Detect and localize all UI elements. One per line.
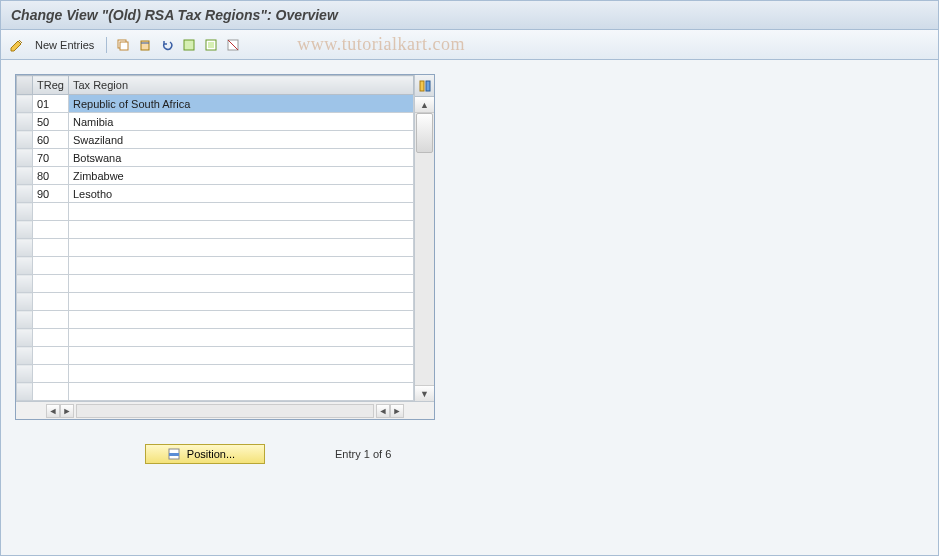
cell-treg[interactable] <box>33 347 69 365</box>
row-selector[interactable] <box>17 293 33 311</box>
cell-region[interactable] <box>69 257 414 275</box>
cell-treg[interactable] <box>33 203 69 221</box>
cell-treg[interactable] <box>33 221 69 239</box>
cell-treg[interactable] <box>33 257 69 275</box>
position-button[interactable]: Position... <box>145 444 265 464</box>
row-selector[interactable] <box>17 113 33 131</box>
cell-region[interactable] <box>69 275 414 293</box>
scroll-thumb[interactable] <box>416 113 433 153</box>
cell-region[interactable]: Republic of South Africa <box>69 95 414 113</box>
cell-region[interactable]: Namibia <box>69 113 414 131</box>
table-row[interactable]: 90Lesotho <box>17 185 414 203</box>
hscroll-track[interactable] <box>76 404 374 418</box>
table-row[interactable] <box>17 257 414 275</box>
deselect-all-icon[interactable] <box>225 37 241 53</box>
table-row[interactable] <box>17 311 414 329</box>
cell-region[interactable] <box>69 329 414 347</box>
row-selector-header[interactable] <box>17 76 33 95</box>
table-settings-icon[interactable] <box>415 75 434 97</box>
row-selector[interactable] <box>17 131 33 149</box>
row-selector[interactable] <box>17 95 33 113</box>
cell-region[interactable]: Lesotho <box>69 185 414 203</box>
row-selector[interactable] <box>17 365 33 383</box>
svg-rect-10 <box>426 81 430 91</box>
scroll-track[interactable] <box>415 113 434 385</box>
col-header-region[interactable]: Tax Region <box>69 76 414 95</box>
cell-region[interactable]: Swaziland <box>69 131 414 149</box>
toolbar-separator <box>106 37 107 53</box>
select-block-icon[interactable] <box>203 37 219 53</box>
cell-region[interactable] <box>69 347 414 365</box>
table-row[interactable] <box>17 203 414 221</box>
scroll-up-icon[interactable]: ▲ <box>415 97 434 113</box>
row-selector[interactable] <box>17 203 33 221</box>
row-selector[interactable] <box>17 185 33 203</box>
cell-region[interactable]: Zimbabwe <box>69 167 414 185</box>
entry-counter: Entry 1 of 6 <box>335 448 391 460</box>
table-row[interactable]: 80Zimbabwe <box>17 167 414 185</box>
row-selector[interactable] <box>17 149 33 167</box>
table-row[interactable] <box>17 293 414 311</box>
scroll-left-step-icon[interactable]: ◄ <box>376 404 390 418</box>
cell-treg[interactable] <box>33 275 69 293</box>
table-row[interactable]: 60Swaziland <box>17 131 414 149</box>
scroll-down-icon[interactable]: ▼ <box>415 385 434 401</box>
select-all-icon[interactable] <box>181 37 197 53</box>
row-selector[interactable] <box>17 275 33 293</box>
scroll-left-icon[interactable]: ◄ <box>46 404 60 418</box>
cell-treg[interactable]: 80 <box>33 167 69 185</box>
table-row[interactable]: 70Botswana <box>17 149 414 167</box>
cell-region[interactable] <box>69 293 414 311</box>
table-row[interactable] <box>17 275 414 293</box>
table-row[interactable] <box>17 347 414 365</box>
cell-treg[interactable] <box>33 239 69 257</box>
row-selector[interactable] <box>17 167 33 185</box>
table-row[interactable]: 50Namibia <box>17 113 414 131</box>
delete-icon[interactable] <box>137 37 153 53</box>
cell-region[interactable] <box>69 221 414 239</box>
row-selector[interactable] <box>17 383 33 401</box>
horizontal-scrollbar[interactable]: ◄ ► ◄ ► <box>16 401 434 419</box>
row-selector[interactable] <box>17 239 33 257</box>
cell-region[interactable] <box>69 239 414 257</box>
cell-treg[interactable] <box>33 365 69 383</box>
table-row[interactable] <box>17 383 414 401</box>
table-row[interactable] <box>17 365 414 383</box>
content-area: TReg Tax Region 01Republic of South Afri… <box>1 60 938 554</box>
row-selector[interactable] <box>17 257 33 275</box>
row-selector[interactable] <box>17 329 33 347</box>
cell-treg[interactable] <box>33 293 69 311</box>
position-icon <box>167 447 181 461</box>
cell-region[interactable] <box>69 365 414 383</box>
cell-treg[interactable]: 70 <box>33 149 69 167</box>
cell-region[interactable]: Botswana <box>69 149 414 167</box>
vertical-scrollbar[interactable]: ▲ ▼ <box>414 75 434 401</box>
cell-treg[interactable] <box>33 311 69 329</box>
undo-icon[interactable] <box>159 37 175 53</box>
cell-region[interactable] <box>69 311 414 329</box>
row-selector[interactable] <box>17 347 33 365</box>
row-selector[interactable] <box>17 311 33 329</box>
table-row[interactable] <box>17 329 414 347</box>
table-row[interactable]: 01Republic of South Africa <box>17 95 414 113</box>
cell-region[interactable] <box>69 383 414 401</box>
scroll-right-icon[interactable]: ► <box>390 404 404 418</box>
cell-treg[interactable] <box>33 383 69 401</box>
toggle-change-icon[interactable] <box>9 37 25 53</box>
row-selector[interactable] <box>17 221 33 239</box>
col-header-treg[interactable]: TReg <box>33 76 69 95</box>
svg-rect-4 <box>184 40 194 50</box>
cell-treg[interactable]: 50 <box>33 113 69 131</box>
cell-treg[interactable]: 01 <box>33 95 69 113</box>
copy-icon[interactable] <box>115 37 131 53</box>
cell-treg[interactable] <box>33 329 69 347</box>
new-entries-button[interactable]: New Entries <box>31 39 98 51</box>
cell-treg[interactable]: 90 <box>33 185 69 203</box>
table-row[interactable] <box>17 221 414 239</box>
cell-region[interactable] <box>69 203 414 221</box>
scroll-right-step-icon[interactable]: ► <box>60 404 74 418</box>
cell-treg[interactable]: 60 <box>33 131 69 149</box>
tax-region-table[interactable]: TReg Tax Region 01Republic of South Afri… <box>16 75 414 401</box>
title-bar: Change View "(Old) RSA Tax Regions": Ove… <box>1 1 938 30</box>
table-row[interactable] <box>17 239 414 257</box>
